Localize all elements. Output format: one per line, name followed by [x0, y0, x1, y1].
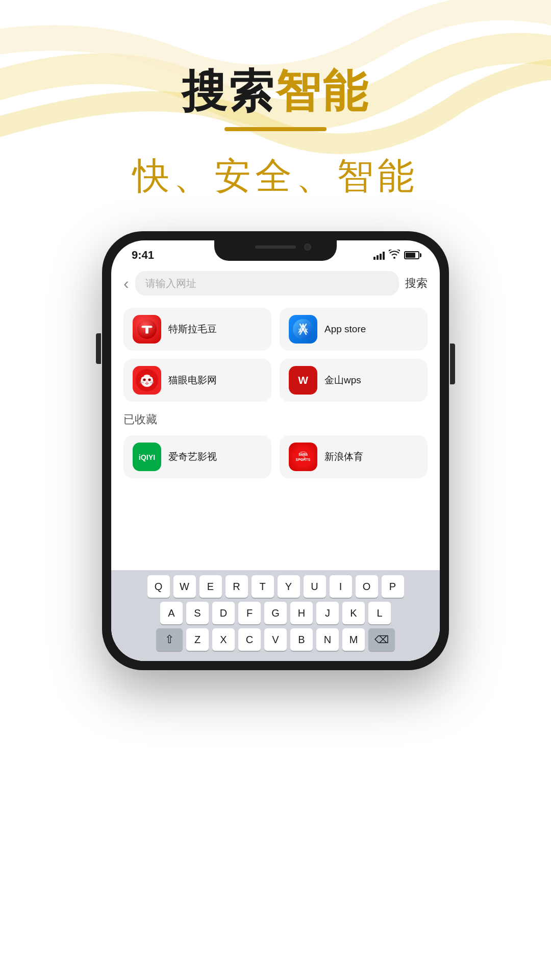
svg-point-13: [144, 379, 145, 381]
appstore-app-name: App store: [324, 324, 366, 335]
svg-text:W: W: [298, 374, 308, 386]
key-u[interactable]: U: [304, 575, 326, 598]
bookmarks-label: 已收藏: [123, 412, 428, 427]
svg-text:iQIYI: iQIYI: [139, 453, 155, 461]
key-k[interactable]: K: [342, 602, 365, 624]
svg-point-24: [293, 447, 313, 467]
key-c[interactable]: C: [238, 628, 261, 651]
delete-key[interactable]: ⌫: [368, 628, 395, 651]
app-item-maoyan[interactable]: 猫眼电影网: [123, 359, 271, 402]
browser-nav: ‹ 请输入网址 搜索: [111, 267, 440, 300]
key-t[interactable]: T: [252, 575, 274, 598]
key-h[interactable]: H: [290, 602, 313, 624]
key-v[interactable]: V: [264, 628, 287, 651]
notch: [214, 240, 337, 261]
keyboard: Q W E R T Y U I O P A S D F G: [111, 570, 440, 661]
key-q[interactable]: Q: [147, 575, 170, 598]
search-button[interactable]: 搜索: [405, 276, 428, 291]
key-w[interactable]: W: [173, 575, 196, 598]
sina-app-name: 新浪体育: [324, 450, 363, 463]
keyboard-row-2: A S D F G H J K L: [115, 602, 436, 624]
title-underline: [224, 127, 327, 131]
wps-app-name: 金山wps: [324, 374, 361, 387]
tesla-app-name: 特斯拉毛豆: [168, 323, 217, 336]
wps-icon: W: [289, 366, 317, 395]
svg-point-15: [146, 382, 148, 383]
header-section: 搜索 智能 快、安全、智能: [0, 0, 551, 201]
title-black: 搜索: [182, 61, 276, 122]
url-bar[interactable]: 请输入网址: [135, 271, 399, 296]
title-gold: 智能: [276, 61, 369, 122]
key-f[interactable]: F: [238, 602, 261, 624]
phone-frame: 9:41: [102, 231, 449, 670]
key-l[interactable]: L: [368, 602, 391, 624]
svg-rect-2: [145, 326, 148, 333]
key-o[interactable]: O: [356, 575, 378, 598]
key-n[interactable]: N: [316, 628, 339, 651]
bookmarked-apps-grid: iQIYI 爱奇艺影视 sina SPORTS: [123, 435, 428, 478]
maoyan-icon: [133, 366, 161, 395]
featured-apps-grid: 特斯拉毛豆: [123, 308, 428, 402]
sina-icon: sina SPORTS: [289, 443, 317, 471]
url-placeholder: 请输入网址: [145, 277, 196, 290]
key-g[interactable]: G: [264, 602, 287, 624]
app-item-tesla[interactable]: 特斯拉毛豆: [123, 308, 271, 351]
battery-icon: [404, 251, 419, 259]
iqiyi-icon: iQIYI: [133, 443, 161, 471]
key-d[interactable]: D: [212, 602, 235, 624]
key-e[interactable]: E: [199, 575, 222, 598]
title-line: 搜索 智能: [0, 61, 551, 122]
iqiyi-app-name: 爱奇艺影视: [168, 450, 217, 463]
screen-content: 特斯拉毛豆: [111, 300, 440, 497]
key-z[interactable]: Z: [186, 628, 209, 651]
status-time: 9:41: [132, 249, 154, 262]
key-m[interactable]: M: [342, 628, 365, 651]
app-item-iqiyi[interactable]: iQIYI 爱奇艺影视: [123, 435, 271, 478]
key-y[interactable]: Y: [278, 575, 300, 598]
app-item-wps[interactable]: W 金山wps: [280, 359, 428, 402]
shift-key[interactable]: ⇧: [156, 628, 183, 651]
maoyan-app-name: 猫眼电影网: [168, 374, 217, 387]
status-icons: [373, 250, 419, 261]
key-x[interactable]: X: [212, 628, 235, 651]
key-j[interactable]: J: [316, 602, 339, 624]
key-i[interactable]: I: [330, 575, 352, 598]
tesla-icon: [133, 315, 161, 344]
appstore-icon: [289, 315, 317, 344]
svg-point-14: [149, 379, 150, 381]
app-item-appstore[interactable]: App store: [280, 308, 428, 351]
key-r[interactable]: R: [226, 575, 248, 598]
keyboard-row-1: Q W E R T Y U I O P: [115, 575, 436, 598]
key-a[interactable]: A: [160, 602, 183, 624]
key-b[interactable]: B: [290, 628, 313, 651]
subtitle: 快、安全、智能: [0, 152, 551, 201]
key-s[interactable]: S: [186, 602, 209, 624]
phone-container: 9:41: [0, 231, 551, 670]
app-item-sina[interactable]: sina SPORTS 新浪体育: [280, 435, 428, 478]
phone-screen: 9:41: [111, 240, 440, 661]
signal-icon: [373, 251, 385, 260]
wifi-icon: [389, 250, 400, 261]
key-p[interactable]: P: [382, 575, 404, 598]
back-button[interactable]: ‹: [123, 274, 129, 293]
keyboard-row-3: ⇧ Z X C V B N M ⌫: [115, 628, 436, 651]
